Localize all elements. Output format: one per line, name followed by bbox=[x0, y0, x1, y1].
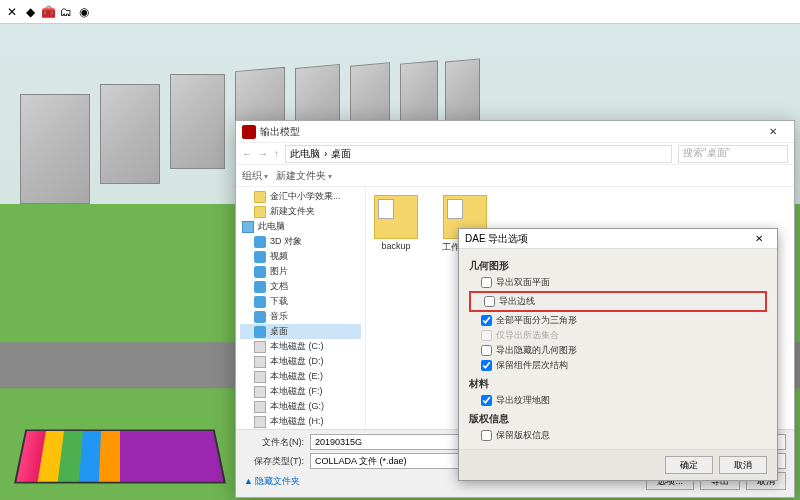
drive-icon bbox=[254, 386, 266, 398]
option-row[interactable]: 保留组件层次结构 bbox=[469, 358, 767, 373]
breadcrumb-root[interactable]: 此电脑 bbox=[290, 147, 320, 161]
new-folder-button[interactable]: 新建文件夹 bbox=[276, 169, 332, 183]
dialog-nav: ← → ↑ 此电脑 › 桌面 搜索"桌面" bbox=[236, 143, 794, 165]
tool-5[interactable]: ◉ bbox=[76, 4, 92, 20]
app-icon bbox=[242, 125, 256, 139]
dialog-toolbar: 组织 新建文件夹 bbox=[236, 165, 794, 187]
option-checkbox[interactable] bbox=[484, 296, 495, 307]
option-label: 导出隐藏的几何图形 bbox=[496, 344, 577, 357]
organize-menu[interactable]: 组织 bbox=[242, 169, 268, 183]
drive-icon bbox=[254, 416, 266, 428]
option-row[interactable]: 全部平面分为三角形 bbox=[469, 313, 767, 328]
tree-item-label: 下载 bbox=[270, 295, 288, 308]
blue-icon bbox=[254, 266, 266, 278]
folder-icon bbox=[254, 191, 266, 203]
folder-icon bbox=[374, 195, 418, 239]
section-label-material: 材料 bbox=[469, 377, 767, 391]
breadcrumb-leaf[interactable]: 桌面 bbox=[331, 147, 351, 161]
tree-item[interactable]: 本地磁盘 (D:) bbox=[240, 354, 361, 369]
tree-item-label: 图片 bbox=[270, 265, 288, 278]
tree-item[interactable]: 3D 对象 bbox=[240, 234, 361, 249]
tree-item-label: 本地磁盘 (E:) bbox=[270, 370, 323, 383]
blue-icon bbox=[254, 251, 266, 263]
tree-item-label: 本地磁盘 (C:) bbox=[270, 340, 324, 353]
tree-item[interactable]: 桌面 bbox=[240, 324, 361, 339]
tree-item-label: 本地磁盘 (F:) bbox=[270, 385, 323, 398]
tree-item[interactable]: 下载 bbox=[240, 294, 361, 309]
option-row[interactable]: 导出双面平面 bbox=[469, 275, 767, 290]
dialog-titlebar: 输出模型 ✕ bbox=[236, 121, 794, 143]
drive-icon bbox=[254, 341, 266, 353]
drive-icon bbox=[254, 371, 266, 383]
pc-icon bbox=[242, 221, 254, 233]
filename-label: 文件名(N): bbox=[244, 436, 304, 449]
search-input[interactable]: 搜索"桌面" bbox=[678, 145, 788, 163]
tool-3[interactable]: 🧰 bbox=[40, 4, 56, 20]
building bbox=[20, 94, 90, 204]
option-checkbox[interactable] bbox=[481, 315, 492, 326]
tree-item-label: 本地磁盘 (H:) bbox=[270, 415, 324, 428]
option-checkbox[interactable] bbox=[481, 345, 492, 356]
blue-icon bbox=[254, 326, 266, 338]
tree-item[interactable]: 新建文件夹 bbox=[240, 204, 361, 219]
nav-forward-icon[interactable]: → bbox=[258, 148, 268, 159]
breadcrumb-sep: › bbox=[324, 148, 327, 159]
tree-item[interactable]: 本地磁盘 (C:) bbox=[240, 339, 361, 354]
tree-item[interactable]: 本地磁盘 (G:) bbox=[240, 399, 361, 414]
option-checkbox[interactable] bbox=[481, 430, 492, 441]
option-checkbox[interactable] bbox=[481, 277, 492, 288]
tree-item-label: 此电脑 bbox=[258, 220, 285, 233]
option-label: 导出双面平面 bbox=[496, 276, 550, 289]
option-label: 保留组件层次结构 bbox=[496, 359, 568, 372]
building bbox=[100, 84, 160, 184]
option-row[interactable]: 保留版权信息 bbox=[469, 428, 767, 443]
filetype-label: 保存类型(T): bbox=[244, 455, 304, 468]
ok-button[interactable]: 确定 bbox=[665, 456, 713, 474]
dialog-title-text: 输出模型 bbox=[260, 125, 758, 139]
section-label-credits: 版权信息 bbox=[469, 412, 767, 426]
folder-tree[interactable]: 金汇中小学效果...新建文件夹此电脑3D 对象视频图片文档下载音乐桌面本地磁盘 … bbox=[236, 187, 366, 429]
drive-icon bbox=[254, 356, 266, 368]
tree-item-label: 本地磁盘 (G:) bbox=[270, 400, 324, 413]
close-icon[interactable]: ✕ bbox=[758, 126, 788, 137]
options-close-icon[interactable]: ✕ bbox=[747, 233, 771, 244]
tool-1[interactable]: ✕ bbox=[4, 4, 20, 20]
tree-item[interactable]: 此电脑 bbox=[240, 219, 361, 234]
drive-icon bbox=[254, 401, 266, 413]
hide-folders-toggle[interactable]: ▲ 隐藏文件夹 bbox=[244, 475, 300, 488]
breadcrumb[interactable]: 此电脑 › 桌面 bbox=[285, 145, 672, 163]
option-label: 全部平面分为三角形 bbox=[496, 314, 577, 327]
blue-icon bbox=[254, 311, 266, 323]
tree-item[interactable]: 金汇中小学效果... bbox=[240, 189, 361, 204]
tree-item[interactable]: 文档 bbox=[240, 279, 361, 294]
nav-up-icon[interactable]: ↑ bbox=[274, 148, 279, 159]
building bbox=[170, 74, 225, 169]
option-checkbox[interactable] bbox=[481, 395, 492, 406]
tree-item-label: 文档 bbox=[270, 280, 288, 293]
option-label: 仅导出所选集合 bbox=[496, 329, 559, 342]
tree-item[interactable]: 视频 bbox=[240, 249, 361, 264]
option-row[interactable]: 导出纹理地图 bbox=[469, 393, 767, 408]
tree-item[interactable]: 本地磁盘 (F:) bbox=[240, 384, 361, 399]
option-row[interactable]: 导出隐藏的几何图形 bbox=[469, 343, 767, 358]
blue-icon bbox=[254, 296, 266, 308]
file-item[interactable]: backup bbox=[374, 195, 418, 251]
tree-item[interactable]: 音乐 bbox=[240, 309, 361, 324]
tree-item[interactable]: 图片 bbox=[240, 264, 361, 279]
tree-item[interactable]: 本地磁盘 (H:) bbox=[240, 414, 361, 429]
tree-item-label: 本地磁盘 (D:) bbox=[270, 355, 324, 368]
option-label: 保留版权信息 bbox=[496, 429, 550, 442]
tree-item[interactable]: 本地磁盘 (E:) bbox=[240, 369, 361, 384]
option-label: 导出边线 bbox=[499, 295, 535, 308]
dae-options-dialog: DAE 导出选项 ✕ 几何图形导出双面平面导出边线全部平面分为三角形仅导出所选集… bbox=[458, 228, 778, 481]
option-label: 导出纹理地图 bbox=[496, 394, 550, 407]
option-row[interactable]: 导出边线 bbox=[472, 294, 764, 309]
highlighted-option: 导出边线 bbox=[469, 291, 767, 312]
options-title-text: DAE 导出选项 bbox=[465, 232, 747, 246]
folder-icon bbox=[254, 206, 266, 218]
tool-2[interactable]: ◆ bbox=[22, 4, 38, 20]
nav-back-icon[interactable]: ← bbox=[242, 148, 252, 159]
options-cancel-button[interactable]: 取消 bbox=[719, 456, 767, 474]
tool-4[interactable]: 🗂 bbox=[58, 4, 74, 20]
option-checkbox[interactable] bbox=[481, 360, 492, 371]
